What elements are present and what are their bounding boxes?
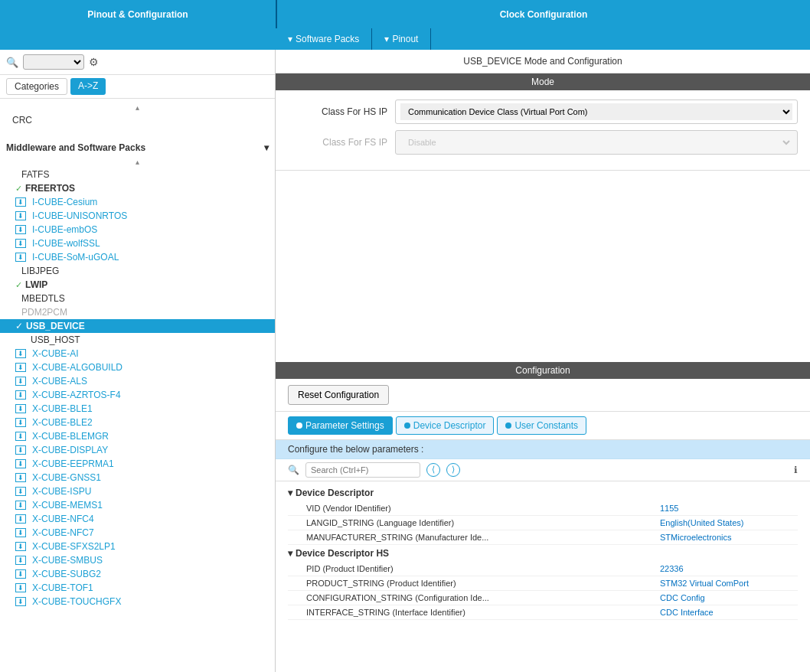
tab-device-descriptor[interactable]: Device Descriptor (396, 416, 495, 435)
sidebar-item-usb-host[interactable]: USB_HOST (0, 333, 275, 347)
config-section-header: Configuration (276, 362, 810, 379)
sidebar-item-x-cube-ispu[interactable]: ⬇ X-CUBE-ISPU (0, 484, 275, 498)
sidebar-item-i-cube-cesium[interactable]: ⬇ I-CUBE-Cesium (0, 195, 275, 209)
search-select[interactable] (23, 54, 84, 70)
download-icon-5: ⬇ (15, 253, 26, 262)
sidebar-item-x-cube-als[interactable]: ⬇ X-CUBE-ALS (0, 374, 275, 388)
search-icon-params: 🔍 (288, 465, 299, 475)
scroll-up-indicator: ▴ (0, 102, 275, 113)
download-icon-16: ⬇ (15, 487, 26, 496)
tab-dot-user (505, 422, 511, 429)
param-row-manufacturer: MANUFACTURER_STRING (Manufacturer Ide...… (288, 530, 798, 545)
mode-content: Class For HS IP Communication Device Cla… (276, 90, 810, 171)
scroll-up-indicator-2: ▴ (0, 156, 275, 168)
check-icon-freertos: ✓ (15, 184, 22, 194)
download-icon-2: ⬇ (15, 211, 26, 220)
search-input-params[interactable] (305, 462, 420, 478)
crc-label: CRC (12, 115, 32, 126)
sidebar-item-pdm2pcm[interactable]: PDM2PCM (0, 305, 275, 319)
sidebar-item-x-cube-ai[interactable]: ⬇ X-CUBE-AI (0, 347, 275, 360)
gear-icon[interactable]: ⚙ (89, 56, 99, 68)
sidebar-item-fatfs[interactable]: FATFS (0, 168, 275, 181)
sidebar-item-freertos[interactable]: ✓ FREERTOS (0, 181, 275, 195)
sidebar-item-x-cube-gnss1[interactable]: ⬇ X-CUBE-GNSS1 (0, 471, 275, 484)
device-descriptor-hs-group-header[interactable]: ▾ Device Descriptor HS (288, 545, 798, 562)
tab-categories[interactable]: Categories (6, 78, 67, 95)
param-row-pid: PID (Product IDentifier) 22336 (288, 562, 798, 576)
sidebar-item-x-cube-ble1[interactable]: ⬇ X-CUBE-BLE1 (0, 402, 275, 416)
sidebar-item-x-cube-algobuild[interactable]: ⬇ X-CUBE-ALGOBUILD (0, 360, 275, 374)
mode-section-header: Mode (276, 73, 810, 90)
tab-a-z[interactable]: A->Z (70, 78, 106, 95)
download-icon-6: ⬇ (15, 349, 26, 358)
sidebar: 🔍 ⚙ Categories A->Z ▴ CRC (0, 50, 276, 672)
tab-dot-param (296, 422, 302, 429)
top-header: Pinout & Configuration Clock Configurati… (0, 0, 810, 28)
right-panel: USB_DEVICE Mode and Configuration Mode C… (276, 50, 810, 672)
class-fs-ip-select-wrapper: Disable (395, 130, 798, 155)
pinout-config-title: Pinout & Configuration (0, 0, 276, 28)
download-icon-12: ⬇ (15, 432, 26, 441)
sidebar-item-i-cube-wolfssl[interactable]: ⬇ I-CUBE-wolfSSL (0, 237, 275, 250)
download-icon-10: ⬇ (15, 404, 26, 413)
check-icon-lwip: ✓ (15, 280, 22, 290)
nav-prev-icon[interactable]: ⟨ (426, 463, 440, 477)
check-icon-usb-device: ✓ (15, 321, 23, 331)
param-row-langid: LANGID_STRING (Language Identifier) Engl… (288, 516, 798, 530)
panel-title: USB_DEVICE Mode and Configuration (276, 50, 810, 73)
download-icon-9: ⬇ (15, 390, 26, 400)
nav-next-icon[interactable]: ⟩ (446, 463, 460, 477)
sidebar-item-x-cube-tof1[interactable]: ⬇ X-CUBE-TOF1 (0, 581, 275, 595)
info-icon[interactable]: ℹ (794, 465, 798, 475)
class-hs-ip-select[interactable]: Communication Device Class (Virtual Port… (400, 103, 792, 120)
software-packs-btn[interactable]: ▾ Software Packs (276, 28, 372, 50)
tab-parameter-settings[interactable]: Parameter Settings (288, 416, 393, 435)
download-icon-18: ⬇ (15, 514, 26, 524)
sidebar-search-row: 🔍 ⚙ (0, 50, 275, 75)
pinout-btn[interactable]: ▾ Pinout (372, 28, 431, 50)
reset-config-button[interactable]: Reset Configuration (288, 385, 389, 405)
sidebar-item-x-cube-ble2[interactable]: ⬇ X-CUBE-BLE2 (0, 416, 275, 429)
download-icon-13: ⬇ (15, 445, 26, 455)
sidebar-item-x-cube-touchgfx[interactable]: ⬇ X-CUBE-TOUCHGFX (0, 595, 275, 608)
config-toolbar: Reset Configuration (276, 379, 810, 412)
middleware-section-header[interactable]: Middleware and Software Packs ▾ (0, 139, 275, 156)
sidebar-item-x-cube-nfc7[interactable]: ⬇ X-CUBE-NFC7 (0, 526, 275, 540)
param-row-config-string: CONFIGURATION_STRING (Configuration Ide.… (288, 591, 798, 605)
download-icon-23: ⬇ (15, 583, 26, 592)
download-icon-3: ⬇ (15, 225, 26, 234)
sidebar-item-lwip[interactable]: ✓ LWIP (0, 278, 275, 292)
class-hs-ip-row: Class For HS IP Communication Device Cla… (288, 99, 798, 124)
sidebar-item-libjpeg[interactable]: LIBJPEG (0, 264, 275, 278)
sidebar-item-x-cube-sfxs2lp1[interactable]: ⬇ X-CUBE-SFXS2LP1 (0, 540, 275, 553)
sidebar-item-x-cube-smbus[interactable]: ⬇ X-CUBE-SMBUS (0, 553, 275, 567)
download-icon-15: ⬇ (15, 473, 26, 482)
sidebar-item-mbedtls[interactable]: MBEDTLS (0, 292, 275, 305)
download-icon-19: ⬇ (15, 528, 26, 537)
param-row-product-string: PRODUCT_STRING (Product Identifier) STM3… (288, 576, 798, 591)
config-tabs: Parameter Settings Device Descriptor Use… (276, 412, 810, 440)
sidebar-item-i-cube-som-ugoal[interactable]: ⬇ I-CUBE-SoM-uGOAL (0, 250, 275, 264)
sidebar-item-usb-device[interactable]: ✓ USB_DEVICE (0, 319, 275, 333)
download-icon-17: ⬇ (15, 501, 26, 510)
main-content: 🔍 ⚙ Categories A->Z ▴ CRC (0, 50, 810, 672)
sidebar-item-i-cube-unisonrtos[interactable]: ⬇ I-CUBE-UNISONRTOS (0, 209, 275, 223)
download-icon-20: ⬇ (15, 542, 26, 551)
tab-dot-device (404, 422, 410, 429)
class-hs-ip-label: Class For HS IP (288, 106, 395, 117)
sidebar-item-x-cube-eeprma1[interactable]: ⬇ X-CUBE-EEPRMA1 (0, 457, 275, 471)
sidebar-item-x-cube-subg2[interactable]: ⬇ X-CUBE-SUBG2 (0, 567, 275, 581)
device-descriptor-group-header[interactable]: ▾ Device Descriptor (288, 484, 798, 501)
sidebar-item-x-cube-nfc4[interactable]: ⬇ X-CUBE-NFC4 (0, 512, 275, 526)
sidebar-item-x-cube-azrtos-f4[interactable]: ⬇ X-CUBE-AZRTOS-F4 (0, 388, 275, 402)
sidebar-item-crc[interactable]: CRC (0, 113, 275, 127)
sidebar-item-i-cube-embos[interactable]: ⬇ I-CUBE-embOS (0, 223, 275, 237)
download-icon-14: ⬇ (15, 459, 26, 468)
sidebar-item-x-cube-mems1[interactable]: ⬇ X-CUBE-MEMS1 (0, 498, 275, 512)
sidebar-item-x-cube-blemgr[interactable]: ⬇ X-CUBE-BLEMGR (0, 429, 275, 443)
class-fs-ip-select[interactable]: Disable (400, 134, 792, 151)
sub-header-left-spacer (0, 28, 276, 50)
tab-user-constants[interactable]: User Constants (497, 416, 586, 435)
download-icon-4: ⬇ (15, 239, 26, 248)
sidebar-item-x-cube-display[interactable]: ⬇ X-CUBE-DISPLAY (0, 443, 275, 457)
